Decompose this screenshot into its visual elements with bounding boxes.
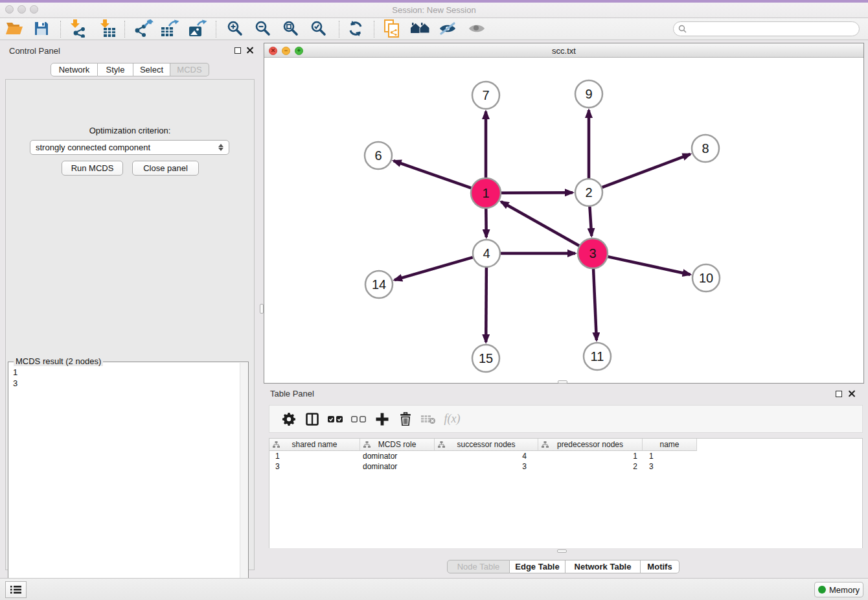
graph-node-4[interactable]: 4 <box>473 240 500 267</box>
zoom-in-icon[interactable] <box>224 19 246 38</box>
new-network-from-selection-icon[interactable] <box>381 19 403 38</box>
control-panel-title: Control Panel <box>9 46 60 56</box>
automation-panel-button[interactable] <box>5 581 27 598</box>
tab-mcds[interactable]: MCDS <box>170 63 209 76</box>
svg-text:4: 4 <box>483 246 490 260</box>
graph-node-2[interactable]: 2 <box>575 179 602 206</box>
zoom-selected-icon[interactable] <box>308 19 330 38</box>
graph-node-10[interactable]: 10 <box>692 264 720 292</box>
column-header-shared-name[interactable]: shared name <box>269 439 360 451</box>
tab-node-table[interactable]: Node Table <box>447 560 510 573</box>
cell-name[interactable]: 3 <box>643 461 697 472</box>
tab-network-table[interactable]: Network Table <box>565 560 641 573</box>
control-panel: Control Panel Network Style Select MCDS … <box>5 43 255 571</box>
column-header-successor-nodes[interactable]: successor nodes <box>435 439 538 451</box>
import-network-icon[interactable] <box>67 19 89 38</box>
control-panel-header: Control Panel <box>5 43 255 58</box>
table-row[interactable]: 3 dominator 3 2 3 <box>269 461 862 472</box>
cell-predecessor-nodes[interactable]: 1 <box>538 451 643 461</box>
delete-table-icon[interactable] <box>417 410 440 429</box>
mcds-tab-content: Optimization criterion: strongly connect… <box>5 79 255 570</box>
export-image-icon[interactable] <box>187 19 209 38</box>
delete-column-trash-icon[interactable] <box>394 410 417 429</box>
table-row[interactable]: 1 dominator 4 1 1 <box>269 451 862 461</box>
zoom-out-icon[interactable] <box>252 19 274 38</box>
search-box[interactable] <box>673 21 860 36</box>
memory-button[interactable]: Memory <box>814 582 863 597</box>
dropdown-stepper-icon <box>218 144 223 151</box>
graph-edge-3-11[interactable] <box>593 269 597 340</box>
table-divider-grip[interactable] <box>557 549 567 553</box>
cell-mcds-role[interactable]: dominator <box>360 461 435 472</box>
panel-divider-grip-vertical[interactable] <box>260 304 264 314</box>
graph-edge-1-6[interactable] <box>394 161 472 188</box>
show-hidden-eye-icon[interactable] <box>466 19 488 38</box>
graph-node-3[interactable]: 3 <box>578 238 608 268</box>
toolbar-separator <box>339 21 339 38</box>
graph-node-14[interactable]: 14 <box>365 271 393 298</box>
deselect-all-columns-icon[interactable] <box>347 410 371 429</box>
column-header-predecessor-nodes[interactable]: predecessor nodes <box>538 439 643 451</box>
graph-node-6[interactable]: 6 <box>365 142 392 169</box>
graph-node-7[interactable]: 7 <box>472 82 499 109</box>
tab-style[interactable]: Style <box>98 63 133 76</box>
graph-edge-4-15[interactable] <box>486 268 486 342</box>
column-chooser-icon[interactable] <box>301 410 324 429</box>
panel-divider-grip-horizontal[interactable] <box>558 380 567 384</box>
cell-name[interactable]: 1 <box>643 451 697 461</box>
tab-select[interactable]: Select <box>133 63 170 76</box>
tab-network[interactable]: Network <box>51 63 98 76</box>
import-table-icon[interactable] <box>97 19 119 38</box>
tab-motifs[interactable]: Motifs <box>641 560 680 573</box>
run-mcds-button[interactable]: Run MCDS <box>62 161 123 176</box>
float-panel-icon[interactable] <box>234 47 241 54</box>
network-graph[interactable]: 7968124314101511 <box>264 58 863 383</box>
result-scrollbar[interactable] <box>240 363 248 600</box>
export-network-icon[interactable] <box>133 19 155 38</box>
graph-node-15[interactable]: 15 <box>472 345 499 372</box>
table-settings-gear-icon[interactable] <box>277 410 301 429</box>
graph-node-1[interactable]: 1 <box>471 178 501 208</box>
cell-predecessor-nodes[interactable]: 2 <box>538 461 643 472</box>
svg-text:14: 14 <box>372 277 386 292</box>
search-input[interactable] <box>689 25 859 34</box>
graph-edge-1-2[interactable] <box>501 192 573 193</box>
float-table-panel-icon[interactable] <box>836 391 842 397</box>
cell-mcds-role[interactable]: dominator <box>360 451 435 461</box>
cell-successor-nodes[interactable]: 4 <box>435 451 538 461</box>
shared-column-icon <box>273 441 280 448</box>
add-column-icon[interactable] <box>371 410 394 429</box>
export-table-icon[interactable] <box>159 19 181 38</box>
houses-icon[interactable] <box>409 19 431 38</box>
hide-selected-eye-slash-icon[interactable] <box>437 19 459 38</box>
svg-text:10: 10 <box>699 271 713 285</box>
graph-edge-4-14[interactable] <box>394 257 473 280</box>
graph-edge-3-1[interactable] <box>501 202 580 246</box>
graph-edge-3-10[interactable] <box>608 257 690 275</box>
graph-node-8[interactable]: 8 <box>692 135 719 162</box>
graph-edge-2-8[interactable] <box>602 154 691 187</box>
node-table: shared name MCDS role successor nodes pr… <box>269 438 863 548</box>
close-panel-icon[interactable] <box>246 47 253 54</box>
zoom-fit-icon[interactable] <box>280 19 302 38</box>
column-header-mcds-role[interactable]: MCDS role <box>360 439 435 451</box>
optimization-criterion-dropdown[interactable]: strongly connected component <box>30 140 229 155</box>
select-all-columns-icon[interactable] <box>324 410 347 429</box>
cell-successor-nodes[interactable]: 3 <box>435 461 538 472</box>
refresh-icon[interactable] <box>345 19 367 38</box>
network-canvas[interactable]: 7968124314101511 <box>264 58 863 383</box>
graph-node-9[interactable]: 9 <box>575 80 602 108</box>
network-view-window: ✕ − + scc.txt 7968124314101511 <box>264 43 864 384</box>
tab-edge-table[interactable]: Edge Table <box>510 560 565 573</box>
save-session-icon[interactable] <box>30 19 52 38</box>
graph-edge-2-3[interactable] <box>589 207 591 236</box>
open-session-icon[interactable] <box>3 19 25 38</box>
graph-node-11[interactable]: 11 <box>584 343 611 370</box>
cell-shared-name[interactable]: 1 <box>269 451 360 461</box>
column-header-name[interactable]: name <box>643 439 697 451</box>
network-window-titlebar[interactable]: ✕ − + scc.txt <box>264 43 863 58</box>
cell-shared-name[interactable]: 3 <box>269 461 360 472</box>
function-builder-icon[interactable]: f(x) <box>440 410 464 429</box>
close-table-panel-icon[interactable] <box>848 390 855 397</box>
close-panel-button[interactable]: Close panel <box>132 161 199 176</box>
